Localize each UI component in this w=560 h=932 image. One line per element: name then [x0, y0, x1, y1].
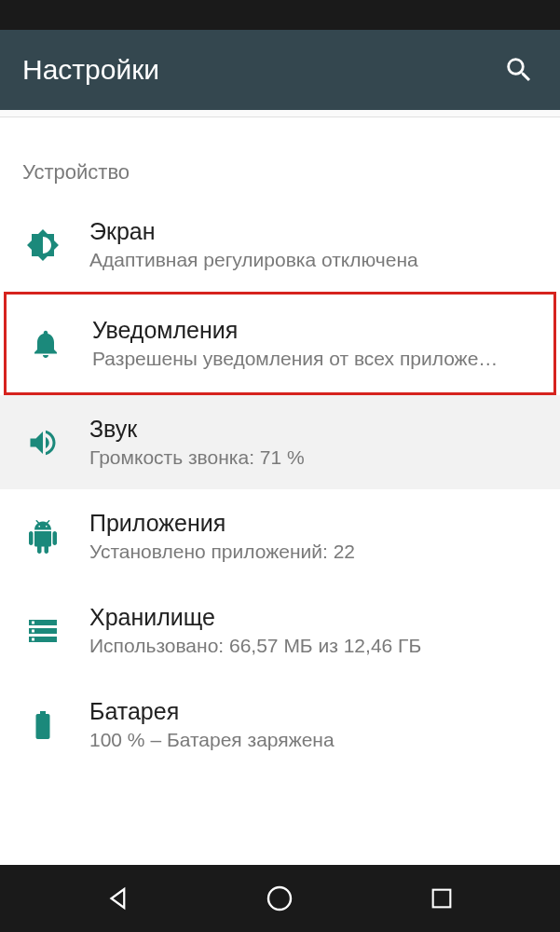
- divider: [0, 110, 560, 117]
- page-title: Настройки: [22, 54, 159, 86]
- item-title: Экран: [89, 218, 541, 245]
- navigation-bar: [0, 865, 560, 932]
- bell-icon: [29, 327, 62, 361]
- item-subtitle: Адаптивная регулировка отключена: [89, 249, 541, 271]
- item-title: Звук: [89, 416, 541, 443]
- svg-point-0: [268, 887, 291, 910]
- settings-item-sound[interactable]: Звук Громкость звонка: 71 %: [0, 395, 560, 489]
- square-recent-icon: [429, 885, 455, 911]
- section-header-device: Устройство: [0, 144, 560, 198]
- item-subtitle: Установлено приложений: 22: [89, 541, 541, 563]
- settings-item-display[interactable]: Экран Адаптивная регулировка отключена: [0, 198, 560, 292]
- settings-item-storage[interactable]: Хранилище Использовано: 66,57 МБ из 12,4…: [0, 583, 560, 678]
- settings-item-notifications[interactable]: Уведомления Разрешены уведомления от все…: [4, 292, 556, 395]
- nav-recent-button[interactable]: [421, 878, 462, 919]
- triangle-back-icon: [104, 884, 132, 912]
- item-title: Батарея: [89, 698, 541, 725]
- item-subtitle: 100 % – Батарея заряжена: [89, 729, 541, 751]
- spacer: [0, 117, 560, 144]
- storage-icon: [26, 614, 60, 648]
- item-subtitle: Громкость звонка: 71 %: [89, 446, 541, 469]
- nav-back-button[interactable]: [98, 878, 139, 919]
- item-title: Хранилище: [89, 604, 541, 631]
- app-bar: Настройки: [0, 30, 560, 110]
- svg-rect-1: [433, 890, 451, 908]
- nav-home-button[interactable]: [259, 878, 300, 919]
- search-button[interactable]: [500, 51, 538, 89]
- item-title: Уведомления: [92, 317, 539, 344]
- settings-item-apps[interactable]: Приложения Установлено приложений: 22: [0, 489, 560, 583]
- search-icon: [503, 54, 535, 86]
- item-subtitle: Использовано: 66,57 МБ из 12,46 ГБ: [89, 635, 541, 657]
- status-bar: [0, 0, 560, 30]
- settings-list: Устройство Экран Адаптивная регулировка …: [0, 117, 560, 772]
- item-subtitle: Разрешены уведомления от всех приложе…: [92, 348, 539, 370]
- settings-item-battery[interactable]: Батарея 100 % – Батарея заряжена: [0, 678, 560, 772]
- item-title: Приложения: [89, 510, 541, 537]
- brightness-icon: [26, 228, 60, 262]
- battery-icon: [26, 708, 60, 742]
- volume-icon: [26, 426, 60, 459]
- circle-home-icon: [265, 884, 294, 913]
- android-icon: [26, 520, 60, 554]
